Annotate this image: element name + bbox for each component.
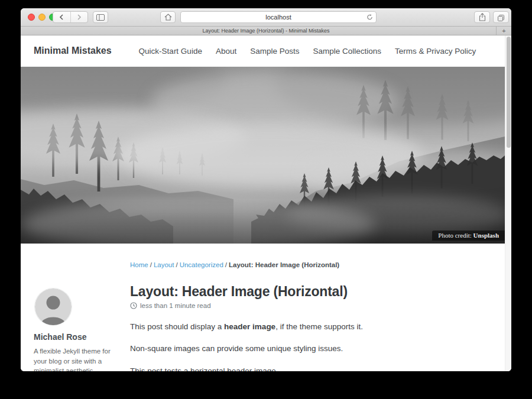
tab-bar: Layout: Header Image (Horizontal) - Mini… <box>21 27 511 35</box>
content-area: Michael Rose A flexible Jekyll theme for… <box>21 244 511 371</box>
primary-nav: Quick-Start Guide About Sample Posts Sam… <box>139 47 476 56</box>
author-bio: A flexible Jekyll theme for your blog or… <box>34 346 121 371</box>
sidebar-icon <box>96 14 105 21</box>
person-silhouette-icon <box>35 288 72 325</box>
read-time-text: less than 1 minute read <box>140 302 211 309</box>
breadcrumb-uncategorized-link[interactable]: Uncategorized <box>180 261 223 268</box>
close-window-button[interactable] <box>28 14 35 21</box>
paragraph-1-text: , if the theme supports it. <box>275 322 363 331</box>
nav-item-sample-collections[interactable]: Sample Collections <box>313 47 381 56</box>
page-scrollbar[interactable] <box>505 35 511 371</box>
sidebar-toggle-button[interactable] <box>93 11 108 23</box>
clock-icon <box>130 302 137 309</box>
share-button[interactable] <box>474 11 490 23</box>
paragraph-2: Non-square images can provide some uniqu… <box>130 343 499 355</box>
nav-item-sample-posts[interactable]: Sample Posts <box>250 47 299 56</box>
home-button[interactable] <box>160 11 176 23</box>
avatar <box>35 288 72 325</box>
paragraph-1: This post should display a header image,… <box>130 321 499 333</box>
breadcrumb-current: Layout: Header Image (Horizontal) <box>229 261 339 268</box>
address-bar-input[interactable] <box>180 11 377 23</box>
article-main: Home/Layout/Uncategorized/Layout: Header… <box>130 261 499 371</box>
nav-item-about[interactable]: About <box>216 47 236 56</box>
paragraph-1-bold: header image <box>224 322 275 331</box>
breadcrumb: Home/Layout/Uncategorized/Layout: Header… <box>130 261 499 268</box>
page-viewport: Minimal Mistakes Quick-Start Guide About… <box>21 35 511 371</box>
page-title: Layout: Header Image (Horizontal) <box>130 284 499 300</box>
nav-item-quick-start-guide[interactable]: Quick-Start Guide <box>139 47 202 56</box>
caption-prefix: Photo credit: <box>438 232 472 239</box>
author-name: Michael Rose <box>34 332 130 342</box>
home-icon <box>164 14 172 21</box>
breadcrumb-separator: / <box>176 261 177 268</box>
header-image: Photo credit: Unsplash <box>21 67 505 244</box>
new-tab-button[interactable]: + <box>496 27 511 35</box>
reload-icon[interactable] <box>366 14 373 21</box>
author-sidebar: Michael Rose A flexible Jekyll theme for… <box>34 261 130 371</box>
site-title-link[interactable]: Minimal Mistakes <box>34 46 112 56</box>
photo-credit-caption: Photo credit: Unsplash <box>432 231 505 241</box>
back-button[interactable] <box>53 12 70 22</box>
foggy-forest-illustration <box>21 67 505 244</box>
browser-titlebar <box>21 8 511 27</box>
chevron-left-icon <box>59 14 64 20</box>
scrollbar-thumb[interactable] <box>507 37 511 148</box>
paragraph-1-text: This post should display a <box>130 322 224 331</box>
active-tab[interactable]: Layout: Header Image (Horizontal) - Mini… <box>202 28 329 34</box>
breadcrumb-home-link[interactable]: Home <box>130 261 148 268</box>
breadcrumb-separator: / <box>225 261 227 268</box>
history-nav-group <box>53 11 88 23</box>
nav-item-terms-privacy[interactable]: Terms & Privacy Policy <box>395 47 476 56</box>
tabs-icon <box>497 14 505 21</box>
tab-overview-button[interactable] <box>493 11 509 23</box>
paragraph-3: This post tests a horizontal header imag… <box>130 365 499 372</box>
masthead: Minimal Mistakes Quick-Start Guide About… <box>21 35 505 67</box>
share-icon <box>479 13 486 21</box>
read-time-meta: less than 1 minute read <box>130 302 499 309</box>
caption-credit-link[interactable]: Unsplash <box>473 232 499 239</box>
forward-button[interactable] <box>70 12 88 22</box>
breadcrumb-separator: / <box>150 261 152 268</box>
breadcrumb-layout-link[interactable]: Layout <box>154 261 174 268</box>
chevron-right-icon <box>77 14 82 20</box>
minimize-window-button[interactable] <box>38 14 46 21</box>
safari-window: Layout: Header Image (Horizontal) - Mini… <box>21 8 511 371</box>
